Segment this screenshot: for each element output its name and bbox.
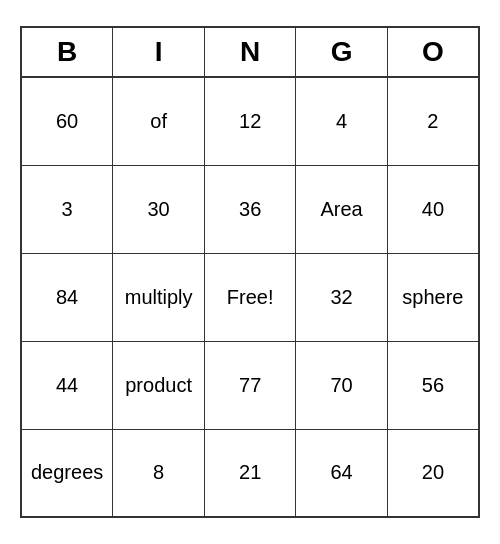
cell-r0-c4: 2 — [387, 77, 479, 165]
cell-r1-c3: Area — [296, 165, 387, 253]
cell-r3-c2: 77 — [204, 341, 295, 429]
cell-r4-c1: 8 — [113, 429, 205, 517]
cell-r0-c2: 12 — [204, 77, 295, 165]
cell-r3-c4: 56 — [387, 341, 479, 429]
cell-r1-c2: 36 — [204, 165, 295, 253]
header-cell-g: G — [296, 27, 387, 77]
bingo-card: BINGO 60of124233036Area4084multiplyFree!… — [20, 26, 480, 518]
header-cell-i: I — [113, 27, 205, 77]
cell-r2-c2: Free! — [204, 253, 295, 341]
cell-r3-c3: 70 — [296, 341, 387, 429]
cell-r0-c3: 4 — [296, 77, 387, 165]
cell-r0-c0: 60 — [21, 77, 113, 165]
cell-r4-c0: degrees — [21, 429, 113, 517]
cell-r3-c1: product — [113, 341, 205, 429]
table-row: 44product777056 — [21, 341, 479, 429]
table-row: 60of1242 — [21, 77, 479, 165]
cell-r4-c4: 20 — [387, 429, 479, 517]
table-row: 84multiplyFree!32sphere — [21, 253, 479, 341]
header-cell-b: B — [21, 27, 113, 77]
cell-r2-c3: 32 — [296, 253, 387, 341]
header-cell-n: N — [204, 27, 295, 77]
cell-r4-c3: 64 — [296, 429, 387, 517]
header-row: BINGO — [21, 27, 479, 77]
cell-r1-c4: 40 — [387, 165, 479, 253]
cell-r4-c2: 21 — [204, 429, 295, 517]
cell-r0-c1: of — [113, 77, 205, 165]
table-row: 33036Area40 — [21, 165, 479, 253]
cell-r3-c0: 44 — [21, 341, 113, 429]
cell-r1-c0: 3 — [21, 165, 113, 253]
cell-r2-c1: multiply — [113, 253, 205, 341]
cell-r2-c0: 84 — [21, 253, 113, 341]
table-row: degrees8216420 — [21, 429, 479, 517]
cell-r2-c4: sphere — [387, 253, 479, 341]
cell-r1-c1: 30 — [113, 165, 205, 253]
header-cell-o: O — [387, 27, 479, 77]
